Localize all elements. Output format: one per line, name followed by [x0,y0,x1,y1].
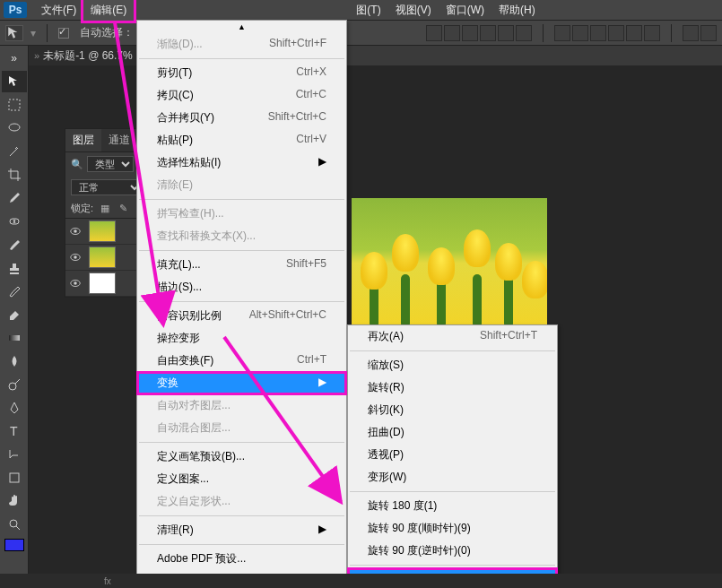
dodge-tool[interactable] [2,374,27,395]
eyedropper-tool[interactable] [2,187,27,209]
menu-item[interactable]: 旋转 90 度(顺时针)(9) [348,517,557,540]
menu-item: 定义自定形状... [137,490,346,513]
svg-point-4 [9,383,16,390]
document-tab[interactable]: 未标题-1 @ 66.7% [43,48,133,64]
visibility-icon[interactable] [69,251,82,264]
stamp-tool[interactable] [2,257,27,279]
menu-item: 查找和替换文本(X)... [137,225,346,247]
menu-item[interactable]: 变换▶ [137,372,346,394]
layer-thumbnail [89,246,116,268]
menu-item[interactable]: 缩放(S) [348,354,557,376]
transform-submenu: 再次(A)Shift+Ctrl+T缩放(S)旋转(R)斜切(K)扭曲(D)透视(… [347,324,558,588]
crop-tool[interactable] [2,164,27,186]
tab-channels[interactable]: 通道 [101,129,137,151]
chevron-right-icon[interactable]: » [34,50,39,61]
chevron-down-icon[interactable]: ▾ [30,27,36,39]
history-brush-tool[interactable] [2,281,27,302]
menu-item[interactable]: 旋转 180 度(1) [348,495,557,517]
blur-tool[interactable] [2,350,27,372]
expand-tools-icon[interactable]: » [2,48,27,69]
align-btn[interactable] [462,25,478,41]
distribute-btn[interactable] [590,25,606,41]
menu-item[interactable]: 旋转 90 度(逆时针)(0) [348,540,557,562]
menu-item[interactable]: 操控变形 [137,327,346,350]
document-canvas[interactable] [352,198,547,328]
options-bar: ▾ 自动选择： [0,20,722,46]
svg-rect-0 [9,99,20,110]
move-tool[interactable] [2,71,27,92]
menu-item[interactable]: 定义图案... [137,468,346,490]
marquee-tool[interactable] [2,94,27,116]
menu-item[interactable]: 自由变换(F)Ctrl+T [137,350,346,372]
distribute-btn[interactable] [644,25,660,41]
shape-tool[interactable] [2,467,27,489]
menu-item[interactable]: 内容识别比例Alt+Shift+Ctrl+C [137,305,346,327]
menu-item[interactable]: 清理(R)▶ [137,519,346,541]
menu-view[interactable]: 视图(V) [388,0,439,21]
distribute-btn[interactable] [554,25,570,41]
menu-item: 自动混合图层... [137,417,346,439]
menu-item[interactable]: 旋转(R) [348,376,557,399]
distribute-btn[interactable] [626,25,642,41]
align-btn[interactable] [426,25,442,41]
tab-layers[interactable]: 图层 [65,129,101,151]
path-tool[interactable] [2,444,27,465]
menu-item: 渐隐(D)...Shift+Ctrl+F [137,33,346,56]
menu-item[interactable]: 再次(A)Shift+Ctrl+T [348,325,557,348]
menu-window[interactable]: 窗口(W) [439,0,491,21]
lock-transparency-icon[interactable]: ▦ [99,203,111,215]
align-btn[interactable] [444,25,460,41]
menu-item[interactable]: 定义画笔预设(B)... [137,445,346,468]
blend-mode-select[interactable]: 正常 [71,179,143,195]
menu-edit[interactable]: 编辑(E) [83,0,134,21]
distribute-btn[interactable] [608,25,624,41]
menu-item[interactable]: 填充(L)...Shift+F5 [137,254,346,276]
eraser-tool[interactable] [2,304,27,325]
menu-item[interactable]: 选择性粘贴(I)▶ [137,151,346,174]
align-btn[interactable] [480,25,496,41]
filter-icon: 🔍 [71,159,83,170]
align-btn[interactable] [516,25,532,41]
distribute-btn[interactable] [572,25,588,41]
align-btn[interactable] [498,25,514,41]
foreground-color[interactable] [4,539,24,551]
menu-item[interactable]: 斜切(K) [348,399,557,421]
svg-rect-3 [9,335,20,341]
brush-tool[interactable] [2,234,27,255]
menu-item[interactable]: 描边(S)... [137,276,346,298]
lock-pixels-icon[interactable]: ✎ [117,203,129,215]
menu-item[interactable]: 透视(P) [348,444,557,466]
fx-icon[interactable]: fx [104,576,111,586]
visibility-icon[interactable] [69,225,82,238]
menu-item[interactable]: 拷贝(C)Ctrl+C [137,84,346,107]
healing-tool[interactable] [2,211,27,232]
arrange-btn[interactable] [700,25,717,41]
zoom-tool[interactable] [2,514,27,535]
menu-item[interactable]: 粘贴(P)Ctrl+V [137,129,346,151]
arrange-btn[interactable] [683,25,699,41]
type-tool[interactable]: T [2,420,27,442]
svg-text:T: T [10,424,18,438]
hand-tool[interactable] [2,490,27,512]
edit-menu: ▲ 渐隐(D)...Shift+Ctrl+F剪切(T)Ctrl+X拷贝(C)Ct… [136,20,347,586]
lasso-tool[interactable] [2,117,27,139]
auto-select-checkbox[interactable] [58,28,69,39]
menu-item[interactable]: 剪切(T)Ctrl+X [137,62,346,84]
menu-item[interactable]: 变形(W) [348,466,557,489]
wand-tool[interactable] [2,141,27,162]
menu-item[interactable]: 扭曲(D) [348,421,557,444]
scroll-up-icon[interactable]: ▲ [238,22,246,31]
layer-filter-select[interactable]: 类型 [87,156,134,172]
menu-file[interactable]: 文件(F) [34,0,83,21]
pen-tool[interactable] [2,397,27,419]
menu-item[interactable]: Adobe PDF 预设... [137,548,346,570]
menu-image-cropped[interactable]: 图(T) [349,0,387,21]
gradient-tool[interactable] [2,327,27,349]
move-tool-icon[interactable] [5,25,23,41]
svg-rect-6 [10,473,19,482]
layer-thumbnail [89,272,116,294]
tulips-image [352,198,547,328]
menu-help[interactable]: 帮助(H) [491,0,543,21]
menu-item[interactable]: 合并拷贝(Y)Shift+Ctrl+C [137,107,346,129]
visibility-icon[interactable] [69,277,82,290]
